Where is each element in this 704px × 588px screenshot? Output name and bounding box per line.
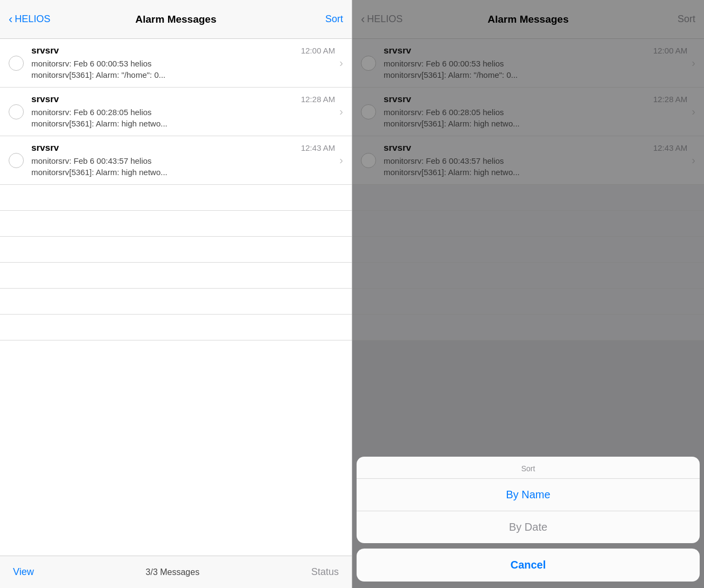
left-chevron-icon: ‹ — [9, 12, 12, 26]
left-line1-3: monitorsrv: Feb 6 00:43:57 helios — [31, 155, 335, 166]
left-divider-3 — [0, 237, 352, 263]
right-panel: ‹ HELIOS Alarm Messages Sort srvsrv 12:0… — [352, 0, 704, 588]
left-message-list: srvsrv 12:00 AM monitorsrv: Feb 6 00:00:… — [0, 39, 352, 556]
left-sender-1: srvsrv — [31, 45, 59, 56]
left-view-button[interactable]: View — [13, 566, 34, 578]
left-message-item-1[interactable]: srvsrv 12:00 AM monitorsrv: Feb 6 00:00:… — [0, 39, 352, 88]
left-time-2: 12:28 AM — [301, 95, 335, 104]
left-sender-2: srvsrv — [31, 94, 59, 105]
left-back-label: HELIOS — [15, 14, 50, 25]
left-divider-2 — [0, 211, 352, 237]
sort-by-name-button[interactable]: By Name — [357, 479, 700, 511]
left-divider-6 — [0, 315, 352, 340]
left-message-item-2[interactable]: srvsrv 12:28 AM monitorsrv: Feb 6 00:28:… — [0, 88, 352, 136]
left-panel: ‹ HELIOS Alarm Messages Sort srvsrv 12:0… — [0, 0, 352, 588]
action-sheet-overlay: Sort By Name By Date Cancel — [352, 0, 704, 588]
left-line2-1: monitorsrv[5361]: Alarm: "/home": 0... — [31, 69, 335, 81]
left-chevron-right-3: › — [339, 154, 343, 166]
left-radio-3[interactable] — [9, 153, 24, 168]
left-radio-2[interactable] — [9, 104, 24, 119]
left-line2-3: monitorsrv[5361]: Alarm: high netwo... — [31, 166, 335, 178]
left-message-content-3: srvsrv 12:43 AM monitorsrv: Feb 6 00:43:… — [31, 143, 335, 178]
left-status-button[interactable]: Status — [311, 566, 339, 578]
left-divider-4 — [0, 263, 352, 289]
left-message-content-2: srvsrv 12:28 AM monitorsrv: Feb 6 00:28:… — [31, 94, 335, 129]
left-time-1: 12:00 AM — [301, 46, 335, 55]
left-divider-1 — [0, 185, 352, 211]
action-sheet-cancel-group: Cancel — [357, 549, 700, 582]
left-line1-2: monitorsrv: Feb 6 00:28:05 helios — [31, 106, 335, 118]
left-message-count: 3/3 Messages — [146, 567, 200, 577]
left-bottom-bar: View 3/3 Messages Status — [0, 556, 352, 588]
left-sender-3: srvsrv — [31, 143, 59, 153]
left-nav-bar: ‹ HELIOS Alarm Messages Sort — [0, 0, 352, 39]
action-sheet-title: Sort — [357, 457, 700, 479]
left-time-3: 12:43 AM — [301, 143, 335, 152]
left-nav-title: Alarm Messages — [136, 14, 217, 25]
sort-by-date-button[interactable]: By Date — [357, 511, 700, 543]
left-message-content-1: srvsrv 12:00 AM monitorsrv: Feb 6 00:00:… — [31, 45, 335, 81]
left-line2-2: monitorsrv[5361]: Alarm: high netwo... — [31, 118, 335, 129]
left-back-button[interactable]: ‹ HELIOS — [9, 12, 50, 26]
left-chevron-right-2: › — [339, 105, 343, 118]
action-sheet-cancel-button[interactable]: Cancel — [357, 549, 700, 582]
left-message-header-1: srvsrv 12:00 AM — [31, 45, 335, 56]
action-sheet-group: Sort By Name By Date — [357, 457, 700, 543]
left-radio-1[interactable] — [9, 56, 24, 71]
left-message-header-3: srvsrv 12:43 AM — [31, 143, 335, 153]
left-line1-1: monitorsrv: Feb 6 00:00:53 helios — [31, 58, 335, 69]
left-divider-5 — [0, 289, 352, 315]
left-chevron-right-1: › — [339, 57, 343, 69]
left-message-item-3[interactable]: srvsrv 12:43 AM monitorsrv: Feb 6 00:43:… — [0, 136, 352, 185]
left-sort-button[interactable]: Sort — [325, 14, 343, 25]
left-message-header-2: srvsrv 12:28 AM — [31, 94, 335, 105]
